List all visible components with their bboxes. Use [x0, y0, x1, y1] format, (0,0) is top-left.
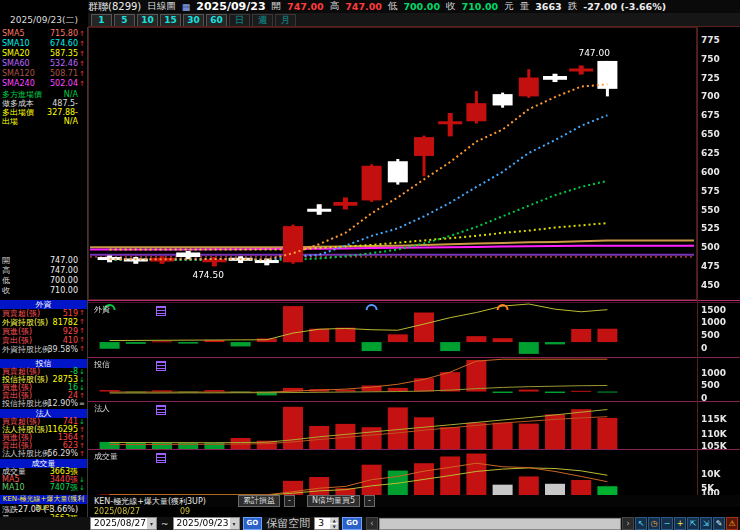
- date-to-select[interactable]: 2025/09/23 ▾: [173, 517, 240, 530]
- price-tick: 775: [701, 36, 739, 45]
- row-label: SMA10: [2, 39, 30, 49]
- scroll-right-button[interactable]: ›: [622, 517, 634, 530]
- panel-separator: [88, 449, 740, 450]
- sidebar-row: 做多成本487.5-: [0, 99, 87, 108]
- row-value: 56.29%: [47, 450, 78, 458]
- trend-arrow: ↑: [79, 336, 86, 345]
- foreign-investor-panel[interactable]: [88, 303, 697, 358]
- strategy-dropdown-2[interactable]: N倍均量買5: [307, 495, 360, 507]
- row-label: 多出場價: [2, 108, 34, 117]
- institution-panel[interactable]: [88, 402, 697, 450]
- bottom-control-bar: 2025/08/27 ▾ ~ 2025/09/23 ▾ GO 保留空間 3 ▲ …: [0, 517, 740, 530]
- expand-icon[interactable]: ⇱: [687, 517, 699, 530]
- panel-settings-icon[interactable]: [156, 306, 166, 316]
- trend-arrow: ↑: [79, 29, 86, 39]
- period-button-30[interactable]: 30: [183, 14, 204, 27]
- trend-arrow: ↑: [79, 49, 86, 59]
- change-value: -27.00 (-3.66%): [583, 1, 666, 12]
- low-label: 低: [388, 0, 398, 13]
- sidebar-row: 漲跌-27.00 (-3.66%): [0, 505, 87, 514]
- strategy-minus-2[interactable]: -: [364, 495, 375, 507]
- row-label: 出場: [2, 117, 18, 126]
- zoom-in-icon[interactable]: +: [674, 517, 686, 530]
- price-tick: 550: [701, 206, 739, 215]
- panel-separator: [88, 357, 740, 358]
- shrink-icon[interactable]: ⇲: [700, 517, 712, 530]
- chart-type-label: 日線圖: [147, 0, 176, 13]
- price-tick: 675: [701, 111, 739, 120]
- grid-icon[interactable]: ▦: [182, 2, 191, 12]
- row-value: 700.00: [50, 276, 78, 286]
- trend-arrow: ↑: [79, 59, 86, 69]
- alert-icon[interactable]: ⚠: [726, 517, 738, 530]
- row-label: SMA20: [2, 49, 30, 59]
- row-value: 487.5-: [52, 99, 78, 108]
- unit-label: 元: [504, 0, 514, 13]
- period-button-日[interactable]: 日: [229, 14, 250, 27]
- row-label: 買賣超(張): [2, 309, 40, 318]
- sidebar-row: SMA5715.80↑: [0, 29, 87, 39]
- sidebar-row: 買進(張)929↑: [0, 327, 87, 336]
- panel-settings-icon[interactable]: [156, 405, 166, 415]
- period-button-月[interactable]: 月: [275, 14, 296, 27]
- main-candlestick-chart[interactable]: [88, 27, 697, 300]
- reserve-space-stepper[interactable]: 3 ▲ ▼: [314, 517, 339, 530]
- price-tick: 575: [701, 187, 739, 196]
- period-button-10[interactable]: 10: [137, 14, 158, 27]
- row-label: MA10: [2, 484, 25, 492]
- row-label: SMA60: [2, 59, 30, 69]
- trend-arrow: ↑: [79, 434, 86, 442]
- x-axis-labels: 2025/08/27 09: [88, 507, 740, 517]
- sidebar-row: 低700.00: [0, 276, 87, 286]
- date-to-value: 2025/09/23: [177, 518, 229, 528]
- sidebar-row: 賣出(張)410↑: [0, 336, 87, 345]
- reserve-space-value: 3: [318, 518, 324, 528]
- period-button-60[interactable]: 60: [206, 14, 227, 27]
- volume-value: 3663: [535, 1, 561, 12]
- chart-scrollbar[interactable]: [379, 518, 621, 530]
- trend-arrow: ↑: [79, 309, 86, 318]
- volume-panel[interactable]: [88, 450, 697, 497]
- row-value: 12.90%: [47, 400, 78, 408]
- row-value: N/A: [64, 117, 78, 126]
- sidebar-row: 外資持股(張)81782↑: [0, 318, 87, 327]
- zoom-out-icon[interactable]: −: [661, 517, 673, 530]
- period-button-1[interactable]: 1: [91, 14, 112, 27]
- close-label: 收: [446, 0, 456, 13]
- draw-icon[interactable]: ✎: [713, 517, 725, 530]
- top-info-bar: 群聯(8299) 日線圖 ▦ 2025/09/23 開 747.00 高 747…: [88, 0, 740, 13]
- trust-panel[interactable]: [88, 358, 697, 402]
- strategy-dropdown-1[interactable]: 累計損益: [238, 495, 280, 507]
- date-from-select[interactable]: 2025/08/27 ▾: [90, 517, 157, 530]
- go-button[interactable]: GO: [243, 517, 263, 530]
- trend-arrow: ↑: [79, 69, 86, 79]
- sidebar-row: 多方進場價N/A: [0, 90, 87, 99]
- panel-settings-icon[interactable]: [156, 361, 166, 371]
- trend-arrow: ↑: [79, 345, 86, 354]
- row-label: 外資持股比例: [2, 345, 50, 354]
- stepper-up-icon[interactable]: ▲: [330, 518, 338, 523]
- trend-arrow: ↓: [79, 384, 86, 392]
- panel-separator: [88, 401, 740, 402]
- date-from-dropdown-icon[interactable]: ▾: [147, 518, 156, 529]
- period-button-15[interactable]: 15: [160, 14, 181, 27]
- cursor-icon[interactable]: ↖: [635, 517, 647, 530]
- trend-arrow: ↑: [79, 39, 86, 49]
- sidebar-row: 法人持股比例56.29%↑: [0, 450, 87, 458]
- indicator-sidebar: SMA5715.80↑SMA10674.60↑SMA20587.35↑SMA60…: [0, 27, 88, 530]
- panel-settings-icon[interactable]: [156, 453, 166, 463]
- scroll-left-button[interactable]: ‹: [366, 517, 378, 530]
- stepper-down-icon[interactable]: ▼: [330, 524, 338, 529]
- row-label: 法人持股比例: [2, 450, 50, 458]
- trend-arrow: ↓: [79, 484, 86, 492]
- date-to-dropdown-icon[interactable]: ▾: [230, 518, 239, 529]
- trend-arrow: ↑: [79, 79, 86, 89]
- panel-label: 外資: [94, 306, 110, 314]
- strategy-minus-1[interactable]: -: [284, 495, 295, 507]
- clock-icon[interactable]: ◷: [648, 517, 660, 530]
- panel-tick: 500: [701, 331, 739, 340]
- period-button-5[interactable]: 5: [114, 14, 135, 27]
- go-button-2[interactable]: GO: [342, 517, 362, 530]
- date-range-tilde: ~: [161, 519, 169, 529]
- period-button-週[interactable]: 週: [252, 14, 273, 27]
